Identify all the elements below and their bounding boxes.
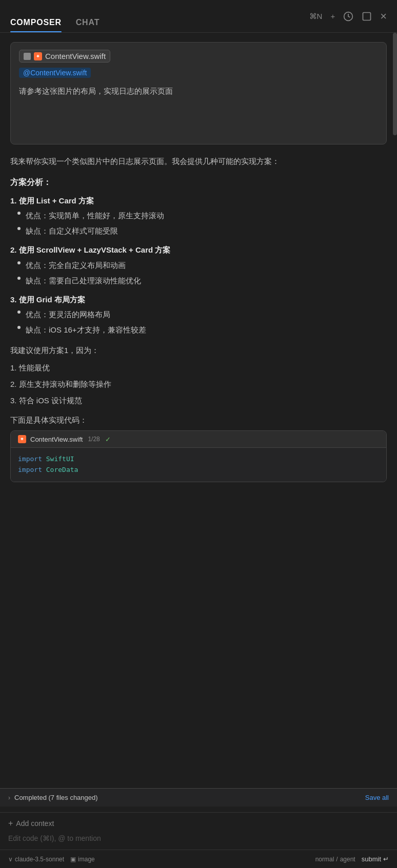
status-bar: › Completed (7 files changed) Save all [0,788,397,807]
mode-normal[interactable]: normal [315,856,334,863]
section-heading: 方案分析： [10,177,387,188]
status-chevron: › [8,794,10,801]
code-check: ✓ [105,436,111,443]
header-actions: ⌘N + × [309,10,387,23]
submit-label: submit [362,855,381,863]
recommendation: 我建议使用方案1，因为： [10,344,387,357]
code-swift-icon: ✦ [18,435,26,443]
code-line-1: import SwiftUI [18,454,379,465]
plan-2-cons-text: 缺点：需要自己处理滚动性能优化 [26,275,141,287]
code-block: ✦ ContentView.swift 1/28 ✓ import SwiftU… [10,430,387,482]
mode-agent[interactable]: agent [340,856,355,863]
submit-icon: ↵ [383,855,389,863]
plan-2-cons: 缺点：需要自己处理滚动性能优化 [17,275,387,287]
chat-content: 我来帮你实现一个类似图片中的日志展示页面。我会提供几种可能的实现方案： 方案分析… [0,144,397,589]
image-button[interactable]: ▣ image [70,856,95,863]
code-block-header: ✦ ContentView.swift 1/28 ✓ [11,431,386,448]
plan-2-title: 2. 使用 ScrollView + LazyVStack + Card 方案 [10,244,387,256]
bullet-dot [17,326,21,329]
reason-3: 3. 符合 iOS 设计规范 [10,395,387,407]
tabs: COMPOSER CHAT [10,0,100,32]
code-line-2: import CoreData [18,465,379,476]
file-tag-name: ContentView.swift [45,52,106,60]
composer-prompt-text: 请参考这张图片的布局，实现日志的展示页面 [19,85,378,97]
input-hint: Edit code (⌘I), @ to mention [0,831,397,850]
plan-3-pros: 优点：更灵活的网格布局 [17,308,387,321]
save-all-button[interactable]: Save all [365,794,389,801]
file-tag: ✦ ContentView.swift [19,50,110,63]
add-context-row[interactable]: + Add context [0,813,397,831]
close-icon[interactable]: × [380,10,387,23]
scrollbar[interactable] [393,33,397,135]
code-body: import SwiftUI import CoreData [11,448,386,482]
model-name: claude-3.5-sonnet [15,856,64,863]
bullet-dot [17,212,21,215]
tab-composer[interactable]: COMPOSER [10,18,62,32]
mode-selector: normal / agent [315,856,355,863]
plan-3-cons: 缺点：iOS 16+才支持，兼容性较差 [17,324,387,336]
add-context-plus-icon: + [8,819,13,828]
bullet-dot [17,261,21,264]
status-completed-section[interactable]: › Completed (7 files changed) [8,794,98,801]
add-context-label: Add context [16,819,54,828]
code-counter: 1/28 [88,436,100,443]
reason-1: 1. 性能最优 [10,362,387,374]
tab-bar: COMPOSER CHAT ⌘N + × [0,0,397,33]
chevron-down-icon: ∨ [8,856,13,863]
swift-file-icon: ✦ [34,52,42,60]
plan-3-pros-text: 优点：更灵活的网格布局 [26,308,110,321]
input-area: + Add context Edit code (⌘I), @ to menti… [0,812,397,868]
plan-3-title: 3. 使用 Grid 布局方案 [10,294,387,306]
new-shortcut: ⌘N [309,12,323,21]
reason-2: 2. 原生支持滚动和删除等操作 [10,378,387,390]
code-intro: 下面是具体实现代码： [10,414,387,426]
stop-icon [24,53,31,60]
submit-button[interactable]: submit ↵ [362,855,389,863]
response-intro: 我来帮你实现一个类似图片中的日志展示页面。我会提供几种可能的实现方案： [10,155,387,168]
plan-1-title: 1. 使用 List + Card 方案 [10,195,387,207]
bullet-dot [17,277,21,280]
mention-tag: @ContentView.swift [19,68,91,78]
code-file-name: ContentView.swift [30,436,83,443]
plan-1-cons-text: 缺点：自定义样式可能受限 [26,225,118,237]
tab-chat[interactable]: CHAT [76,18,100,32]
plan-1-pros-text: 优点：实现简单，性能好，原生支持滚动 [26,210,164,222]
image-icon: ▣ [70,856,76,863]
status-completed-text: Completed (7 files changed) [14,794,98,801]
bullet-dot [17,311,21,314]
plan-2-pros: 优点：完全自定义布局和动画 [17,259,387,272]
mode-separator: / [336,856,338,863]
expand-icon[interactable] [362,11,372,22]
plan-2-pros-text: 优点：完全自定义布局和动画 [26,259,126,272]
image-label: image [78,856,95,863]
composer-input-box[interactable]: ✦ ContentView.swift @ContentView.swift 请… [10,42,387,144]
svg-rect-1 [363,12,371,20]
cmd-n-label: ⌘N [309,12,323,21]
plan-1-cons: 缺点：自定义样式可能受限 [17,225,387,237]
plan-1-pros: 优点：实现简单，性能好，原生支持滚动 [17,210,387,222]
history-icon[interactable] [343,11,353,22]
bullet-dot [17,227,21,230]
model-selector[interactable]: ∨ claude-3.5-sonnet [8,856,64,863]
bottom-toolbar: ∨ claude-3.5-sonnet ▣ image normal / age… [0,850,397,868]
plan-3-cons-text: 缺点：iOS 16+才支持，兼容性较差 [26,324,146,336]
new-button[interactable]: + [330,12,335,20]
